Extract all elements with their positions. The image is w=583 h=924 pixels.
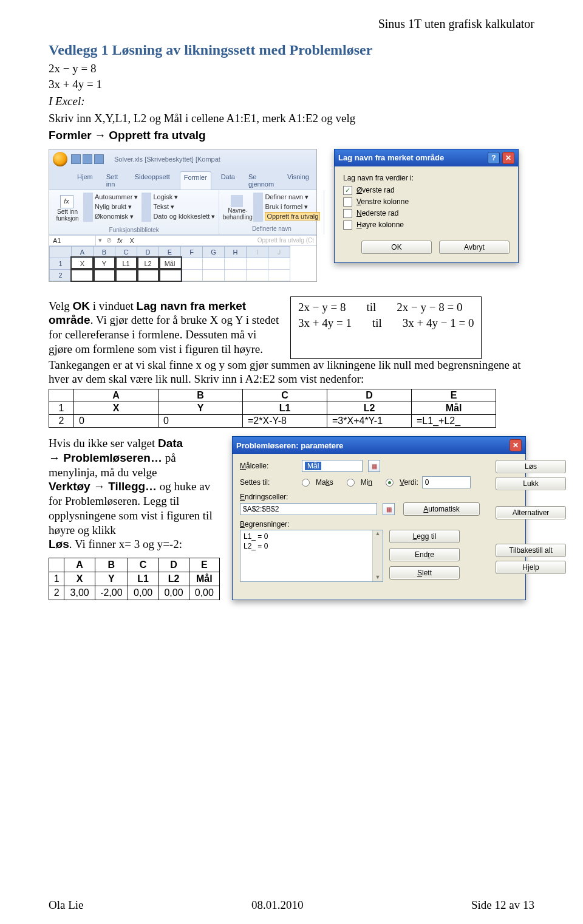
cell[interactable] bbox=[268, 269, 290, 281]
cell[interactable] bbox=[137, 269, 159, 281]
fn-text[interactable]: Tekst ▾ bbox=[141, 202, 215, 212]
fn-logical[interactable]: Logisk ▾ bbox=[141, 193, 215, 202]
cell[interactable] bbox=[115, 269, 137, 281]
checkbox-label: Venstre kolonne bbox=[356, 197, 409, 206]
help-icon[interactable]: ? bbox=[488, 152, 500, 164]
constraint-item[interactable]: L1_ = 0 bbox=[244, 532, 380, 542]
solver-titlebar[interactable]: Problemløseren: parametere ✕ bbox=[233, 437, 525, 454]
cell: =L1_+L2_ bbox=[412, 415, 496, 428]
cell[interactable] bbox=[181, 258, 203, 269]
insert-function-button[interactable]: fx Sett inn funksjon bbox=[53, 193, 82, 224]
checkbox-top-row[interactable]: ✓ Øverste rad bbox=[343, 186, 510, 195]
cell[interactable]: X bbox=[72, 258, 94, 269]
ok-button[interactable]: OK bbox=[361, 241, 432, 254]
cell[interactable] bbox=[225, 258, 247, 269]
dialog-titlebar[interactable]: Lag navn fra merket område ? ✕ bbox=[335, 149, 518, 166]
create-from-selection[interactable]: Opprett fra utvalg bbox=[253, 212, 320, 222]
tab-data[interactable]: Data bbox=[217, 171, 239, 190]
radio-min[interactable] bbox=[347, 479, 355, 487]
reset-all-button[interactable]: Tilbakestill alt bbox=[496, 544, 566, 557]
cell[interactable]: L1 bbox=[115, 258, 137, 269]
edit-constraint-button[interactable]: Endre bbox=[389, 548, 460, 561]
auto-button[interactable]: Automatisk bbox=[403, 502, 480, 516]
scroll-down-icon[interactable]: ▼ bbox=[375, 574, 381, 581]
name-box-dropdown-icon[interactable]: ▾ bbox=[96, 236, 104, 244]
range-picker-icon[interactable]: ▦ bbox=[368, 460, 380, 472]
checkbox-left-col[interactable]: Venstre kolonne bbox=[343, 197, 510, 207]
define-name[interactable]: Definer navn ▾ bbox=[253, 193, 320, 202]
footer-author: Ola Lie bbox=[49, 898, 84, 912]
tab-visning[interactable]: Visning bbox=[284, 171, 313, 190]
col-header[interactable]: J bbox=[268, 246, 290, 258]
office-button-icon[interactable] bbox=[53, 152, 67, 166]
constraints-list[interactable]: L1_ = 0 L2_ = 0 ▲ ▼ bbox=[240, 530, 383, 582]
checkbox-right-col[interactable]: Høyre kolonne bbox=[343, 221, 510, 230]
cell[interactable]: Mål bbox=[159, 258, 181, 269]
delete-constraint-button[interactable]: Slett bbox=[389, 566, 460, 580]
value-input[interactable]: 0 bbox=[422, 476, 471, 488]
solve-button[interactable]: Løs bbox=[496, 460, 566, 473]
close-icon[interactable]: ✕ bbox=[502, 152, 514, 164]
cell[interactable] bbox=[268, 258, 290, 269]
options-button[interactable]: Alternativer bbox=[496, 506, 566, 519]
radio-value[interactable] bbox=[386, 479, 394, 487]
qat-undo-icon[interactable] bbox=[83, 154, 92, 164]
cell: 0 bbox=[159, 415, 243, 428]
formula-value[interactable]: X bbox=[126, 236, 138, 245]
col-header[interactable]: C bbox=[115, 246, 137, 258]
cell[interactable]: L2 bbox=[137, 258, 159, 269]
fn-recent[interactable]: Nylig brukt ▾ bbox=[83, 202, 138, 212]
tab-hjem[interactable]: Hjem bbox=[73, 171, 97, 190]
col-header[interactable]: I bbox=[247, 246, 268, 258]
changing-cells-input[interactable]: $A$2:$B$2 bbox=[240, 503, 377, 515]
cell[interactable] bbox=[181, 269, 203, 281]
scroll-up-icon[interactable]: ▲ bbox=[375, 530, 381, 538]
radio-max[interactable] bbox=[302, 479, 310, 487]
close-icon[interactable]: ✕ bbox=[510, 439, 522, 451]
tab-sett-inn[interactable]: Sett inn bbox=[103, 171, 125, 190]
cell[interactable] bbox=[203, 269, 225, 281]
tab-formler[interactable]: Formler bbox=[180, 171, 211, 190]
tab-se-gjennom[interactable]: Se gjennom bbox=[245, 171, 278, 190]
col-header[interactable]: D bbox=[137, 246, 159, 258]
col-header[interactable]: G bbox=[203, 246, 225, 258]
col-header[interactable]: H bbox=[225, 246, 247, 258]
corner-cell[interactable] bbox=[50, 246, 72, 258]
row-header[interactable]: 1 bbox=[50, 258, 72, 269]
cell[interactable] bbox=[159, 269, 181, 281]
fx-label-icon[interactable]: fx bbox=[114, 237, 126, 244]
checkbox-bottom-row[interactable]: Nederste rad bbox=[343, 209, 510, 218]
constraint-item[interactable]: L2_ = 0 bbox=[244, 542, 380, 552]
col-header[interactable]: A bbox=[72, 246, 94, 258]
cell[interactable] bbox=[225, 269, 247, 281]
fn-financial[interactable]: Økonomisk ▾ bbox=[83, 212, 138, 222]
row-header[interactable]: 2 bbox=[50, 269, 72, 281]
cell[interactable]: Y bbox=[94, 258, 115, 269]
fn-datetime[interactable]: Dato og klokkeslett ▾ bbox=[141, 212, 215, 222]
range-picker-icon[interactable]: ▦ bbox=[383, 503, 395, 515]
cell[interactable] bbox=[94, 269, 115, 281]
col-header[interactable]: F bbox=[181, 246, 203, 258]
tab-sideoppsett[interactable]: Sideoppsett bbox=[131, 171, 174, 190]
use-in-formula[interactable]: Bruk i formel ▾ bbox=[253, 202, 320, 212]
spreadsheet-grid[interactable]: A B C D E F G H I J 1 X Y bbox=[49, 246, 316, 281]
scrollbar[interactable]: ▲ ▼ bbox=[372, 530, 383, 581]
add-constraint-button[interactable]: Legg til bbox=[389, 530, 460, 543]
col-header[interactable]: B bbox=[94, 246, 115, 258]
name-manager-button[interactable]: Navne-behandling bbox=[223, 193, 252, 223]
target-cell-input[interactable]: Mål bbox=[302, 460, 363, 472]
cell[interactable] bbox=[72, 269, 94, 281]
col-header[interactable]: E bbox=[159, 246, 181, 258]
use-formula-icon bbox=[253, 202, 263, 212]
cell[interactable] bbox=[247, 258, 268, 269]
help-button[interactable]: Hjelp bbox=[496, 561, 566, 574]
cell[interactable] bbox=[203, 258, 225, 269]
cell: L2 bbox=[327, 402, 412, 415]
cancel-button[interactable]: Avbryt bbox=[439, 241, 510, 254]
qat-redo-icon[interactable] bbox=[94, 154, 104, 164]
close-button[interactable]: Lukk bbox=[496, 477, 566, 490]
qat-save-icon[interactable] bbox=[71, 154, 81, 164]
name-box[interactable]: A1 bbox=[49, 236, 96, 245]
cell[interactable] bbox=[247, 269, 268, 281]
fn-autosum[interactable]: Autosummer ▾ bbox=[83, 193, 138, 202]
